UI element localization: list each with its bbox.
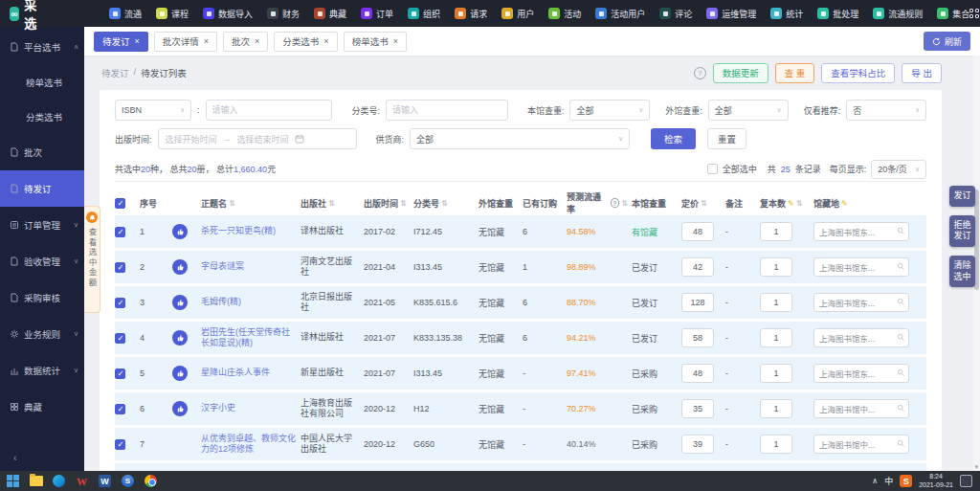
price-input[interactable] bbox=[681, 257, 714, 277]
supplier-select[interactable]: 全部∨ bbox=[410, 128, 630, 149]
sapp-icon[interactable]: S bbox=[121, 474, 135, 488]
side-action-button[interactable]: 拒绝发订 bbox=[949, 215, 975, 247]
price-input[interactable] bbox=[681, 328, 714, 347]
sidebar-item[interactable]: 批次 bbox=[0, 134, 84, 170]
sort-icon[interactable]: ⇅ bbox=[796, 199, 803, 208]
topnav-item[interactable]: 统计 bbox=[770, 8, 803, 20]
column-header-price[interactable]: 定价⇅ bbox=[681, 197, 725, 210]
sidebar-item[interactable]: 数据统计∨ bbox=[0, 352, 84, 389]
ime-indicator[interactable]: 中 bbox=[884, 475, 893, 487]
row-checkbox[interactable] bbox=[115, 404, 125, 414]
topnav-item[interactable]: 数据导入 bbox=[203, 8, 253, 20]
info-icon[interactable]: ? bbox=[611, 198, 620, 208]
header-checkbox[interactable] bbox=[115, 198, 125, 209]
copies-input[interactable] bbox=[760, 435, 792, 454]
copies-input[interactable] bbox=[760, 364, 792, 383]
topnav-item[interactable]: 活动用户 bbox=[595, 8, 645, 20]
column-header-rate[interactable]: 预测流通率?⇅ bbox=[567, 190, 632, 215]
location-input[interactable] bbox=[813, 399, 909, 418]
thumb-up-icon[interactable] bbox=[172, 330, 188, 346]
book-title-link[interactable]: 毛姆传(精) bbox=[201, 297, 241, 307]
sidebar-collapse-button[interactable]: ‹ bbox=[0, 444, 84, 471]
word-icon[interactable]: W bbox=[98, 474, 112, 488]
thumb-up-icon[interactable] bbox=[172, 401, 188, 416]
copies-input[interactable] bbox=[760, 328, 792, 347]
topnav-item[interactable]: 流通规则 bbox=[873, 8, 923, 20]
topnav-item[interactable]: 集合 bbox=[937, 8, 969, 20]
sort-icon[interactable]: ⇅ bbox=[400, 199, 407, 208]
book-title-link[interactable]: 星降山庄杀人事件 bbox=[201, 368, 270, 378]
tab-批次[interactable]: 批次× bbox=[223, 32, 268, 52]
row-checkbox[interactable] bbox=[115, 298, 125, 308]
topnav-item[interactable]: 组织 bbox=[408, 8, 440, 20]
pubdate-range-picker[interactable]: 选择开始时间 → 选择结束时间 bbox=[158, 128, 357, 149]
topnav-item[interactable]: 批处理 bbox=[817, 8, 858, 20]
start-icon[interactable] bbox=[6, 474, 20, 488]
column-header-title[interactable]: 正题名⇅ bbox=[201, 197, 301, 210]
refresh-button[interactable]: 刷新 bbox=[924, 32, 970, 51]
explorer-icon[interactable] bbox=[29, 474, 43, 488]
sidebar-item[interactable]: 订单管理∨ bbox=[0, 207, 84, 243]
recommend-select[interactable]: 否∨ bbox=[846, 100, 926, 121]
apps-menu-button[interactable]: 应用 ∨ bbox=[969, 1, 980, 26]
sort-icon[interactable]: ⇅ bbox=[701, 199, 707, 208]
sort-icon[interactable]: ⇅ bbox=[229, 199, 235, 208]
price-input[interactable] bbox=[681, 293, 714, 312]
sidebar-item[interactable]: 业务规则∨ bbox=[0, 316, 84, 352]
select-all-checkbox[interactable] bbox=[707, 164, 718, 174]
sidebar-item[interactable]: 平台选书∧ bbox=[0, 29, 84, 65]
column-header-cls[interactable]: 分类号⇅ bbox=[413, 197, 479, 210]
sidebar-item[interactable]: 采购审核 bbox=[0, 279, 84, 316]
location-input[interactable] bbox=[813, 328, 909, 347]
book-title-link[interactable]: 杀死一只知更鸟(精) bbox=[201, 226, 276, 236]
tab-close-icon[interactable]: × bbox=[204, 36, 209, 46]
topnav-item[interactable]: 流通 bbox=[109, 8, 142, 20]
topnav-item[interactable]: 运维管理 bbox=[706, 8, 756, 20]
side-action-button[interactable]: 清除选中 bbox=[949, 256, 975, 287]
book-title-link[interactable]: 岩田先生(任天堂传奇社长如是说)(精) bbox=[201, 327, 297, 349]
book-title-link[interactable]: 汉字小史 bbox=[201, 403, 235, 413]
wps-icon[interactable]: W bbox=[75, 474, 89, 488]
book-title-link[interactable]: 从优秀到卓越、教师文化力的12项修炼 bbox=[201, 434, 297, 456]
tab-榜单选书[interactable]: 榜单选书× bbox=[344, 32, 407, 52]
book-title-link[interactable]: 字母表谜案 bbox=[201, 261, 244, 272]
row-checkbox[interactable] bbox=[115, 262, 125, 273]
thumb-up-icon[interactable] bbox=[172, 224, 188, 239]
side-action-button[interactable]: 发订 bbox=[949, 186, 975, 207]
copies-input[interactable] bbox=[760, 293, 792, 312]
isbn-field-select[interactable]: ISBN∨ bbox=[115, 100, 191, 121]
tab-分类选书[interactable]: 分类选书× bbox=[274, 32, 337, 52]
reset-button[interactable]: 重置 bbox=[707, 128, 746, 149]
row-checkbox[interactable] bbox=[115, 227, 125, 237]
topnav-item[interactable]: 课程 bbox=[156, 8, 189, 20]
sogou-icon[interactable]: S bbox=[900, 475, 912, 487]
location-input[interactable] bbox=[813, 435, 909, 454]
tab-待发订[interactable]: 待发订× bbox=[94, 32, 148, 52]
price-input[interactable] bbox=[681, 399, 714, 418]
scrollbar-down-arrow[interactable]: ▼ bbox=[973, 464, 980, 470]
copies-input[interactable] bbox=[760, 222, 792, 241]
sidebar-item[interactable]: 榜单选书 bbox=[0, 65, 84, 100]
tab-批次详情[interactable]: 批次详情× bbox=[154, 32, 217, 52]
location-input[interactable] bbox=[813, 364, 909, 383]
copies-input[interactable] bbox=[760, 399, 792, 418]
taskbar-clock[interactable]: 8:24 2021-09-21 bbox=[919, 473, 953, 490]
column-header-date[interactable]: 出版时间⇅ bbox=[364, 197, 413, 210]
column-header-pub[interactable]: 出版社⇅ bbox=[301, 197, 364, 210]
sort-icon[interactable]: ⇅ bbox=[441, 199, 448, 208]
app-logo[interactable]: ∞ 采选 bbox=[0, 0, 52, 32]
action-button[interactable]: 查 重 bbox=[775, 63, 815, 83]
tab-close-icon[interactable]: × bbox=[393, 36, 398, 46]
location-input[interactable] bbox=[813, 222, 909, 241]
chrome-icon[interactable] bbox=[144, 474, 158, 488]
notification-icon[interactable] bbox=[960, 475, 972, 487]
row-checkbox[interactable] bbox=[115, 439, 125, 450]
copies-input[interactable] bbox=[760, 257, 792, 277]
thumb-up-icon[interactable] bbox=[172, 295, 188, 310]
page-size-select[interactable]: 20条/页 ∨ bbox=[871, 160, 926, 179]
local-dup-select[interactable]: 全部∨ bbox=[569, 100, 650, 121]
row-checkbox[interactable] bbox=[115, 368, 125, 379]
topnav-item[interactable]: 请求 bbox=[455, 8, 487, 20]
tab-close-icon[interactable]: × bbox=[135, 36, 140, 46]
view-selected-amount-tab[interactable]: 查看选中金额 bbox=[84, 206, 100, 313]
